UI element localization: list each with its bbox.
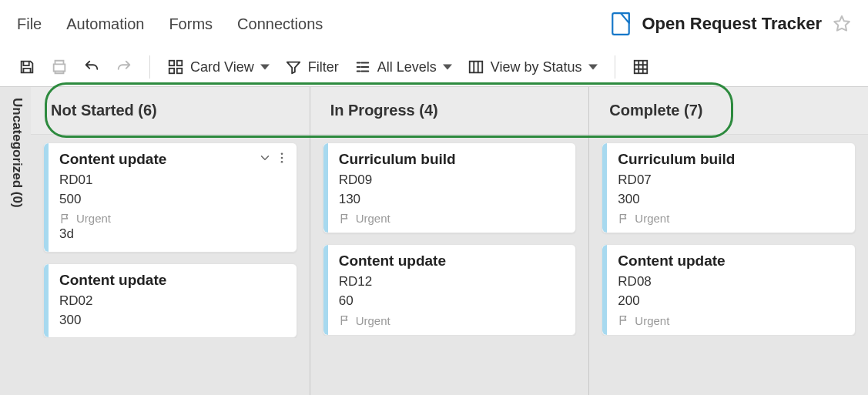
- filter-label: Filter: [308, 59, 339, 75]
- save-icon: [18, 59, 35, 75]
- card-value: 130: [339, 190, 565, 209]
- card-value: 60: [339, 292, 565, 311]
- chevron-down-icon[interactable]: [258, 151, 272, 165]
- redo-icon: [116, 59, 132, 75]
- card-tag: Urgent: [356, 314, 390, 327]
- view-by-label: View by Status: [491, 59, 582, 75]
- column-header[interactable]: Complete (7): [589, 87, 868, 135]
- card-id: RD02: [59, 292, 286, 311]
- columns-container: Not Started (6) Content update RD01 500: [31, 87, 868, 395]
- column-body: Content update RD01 500 Urgent 3d Conten…: [31, 135, 310, 338]
- sheet-title: Open Request Tracker: [642, 14, 822, 34]
- main-menu: File Automation Forms Connections: [17, 15, 323, 33]
- card-actions: [258, 151, 289, 165]
- card-title: Content update: [339, 253, 565, 269]
- card-title: Curriculum build: [618, 151, 844, 168]
- svg-rect-3: [169, 69, 174, 73]
- card-tag-row: Urgent: [59, 212, 286, 225]
- uncategorized-lane-label[interactable]: Uncategorized (0): [0, 87, 31, 395]
- board: Uncategorized (0) Not Started (6) Conten…: [0, 86, 868, 395]
- card-id: RD07: [618, 171, 844, 190]
- card-id: RD09: [339, 171, 565, 190]
- column-in-progress: In Progress (4) Curriculum build RD09 13…: [310, 87, 589, 395]
- column-body: Curriculum build RD07 300 Urgent Content…: [589, 135, 868, 336]
- card-tag: Urgent: [76, 212, 111, 225]
- card-id: RD01: [59, 171, 286, 190]
- card-view-icon: [167, 59, 184, 75]
- card[interactable]: Content update RD02 300: [43, 263, 297, 338]
- grid-view-button[interactable]: [628, 55, 654, 79]
- card[interactable]: Curriculum build RD07 300 Urgent: [602, 142, 856, 233]
- svg-point-8: [280, 157, 283, 159]
- flag-icon: [618, 213, 630, 225]
- grid-icon: [632, 59, 649, 75]
- card-tag-row: Urgent: [618, 314, 844, 327]
- card-tag-row: Urgent: [339, 314, 565, 327]
- toolbar-separator: [149, 55, 150, 79]
- card-tag: Urgent: [635, 212, 669, 225]
- card-tag-row: Urgent: [618, 212, 844, 225]
- save-button[interactable]: [14, 55, 40, 79]
- print-icon: [51, 59, 68, 75]
- redo-button[interactable]: [111, 55, 137, 79]
- column-complete: Complete (7) Curriculum build RD07 300 U…: [588, 87, 868, 395]
- flag-icon: [59, 213, 72, 225]
- kebab-icon[interactable]: [275, 151, 289, 165]
- view-by-selector[interactable]: View by Status: [463, 55, 602, 79]
- card-tag-row: Urgent: [339, 212, 565, 225]
- filter-button[interactable]: Filter: [280, 55, 344, 79]
- sheet-icon: [611, 12, 631, 35]
- card-value: 300: [59, 311, 286, 330]
- card-value: 200: [618, 292, 844, 311]
- svg-point-9: [280, 161, 283, 163]
- toolbar-separator: [615, 55, 615, 79]
- card[interactable]: Content update RD08 200 Urgent: [602, 244, 856, 335]
- card-value: 300: [618, 190, 844, 209]
- card-title: Content update: [59, 272, 286, 289]
- caret-down-icon: [260, 62, 270, 72]
- svg-rect-2: [177, 61, 182, 65]
- menu-automation[interactable]: Automation: [66, 15, 144, 33]
- card-title: Curriculum build: [339, 151, 565, 168]
- column-header[interactable]: Not Started (6): [31, 87, 310, 135]
- flag-icon: [618, 314, 630, 326]
- svg-point-7: [280, 152, 283, 155]
- card-duration: 3d: [59, 225, 286, 244]
- star-icon[interactable]: [833, 15, 851, 33]
- svg-rect-5: [470, 62, 483, 73]
- menu-forms[interactable]: Forms: [169, 15, 213, 33]
- levels-selector[interactable]: All Levels: [350, 55, 457, 79]
- view-mode-selector[interactable]: Card View: [163, 55, 274, 79]
- filter-icon: [285, 59, 302, 75]
- undo-button[interactable]: [79, 55, 105, 79]
- card[interactable]: Curriculum build RD09 130 Urgent: [323, 142, 577, 233]
- caret-down-icon: [443, 62, 452, 72]
- card-tag: Urgent: [635, 314, 669, 327]
- levels-icon: [354, 59, 371, 75]
- column-body: Curriculum build RD09 130 Urgent Content…: [310, 135, 589, 336]
- card-id: RD12: [339, 273, 565, 292]
- flag-icon: [339, 213, 351, 225]
- card-title: Content update: [618, 253, 844, 269]
- levels-label: All Levels: [377, 59, 437, 75]
- caret-down-icon: [588, 62, 598, 72]
- toolbar: Card View Filter All Levels View by Stat…: [0, 48, 868, 86]
- menu-connections[interactable]: Connections: [237, 15, 323, 33]
- svg-rect-6: [634, 61, 647, 74]
- column-header[interactable]: In Progress (4): [310, 87, 589, 135]
- columns-icon: [468, 59, 484, 75]
- card-value: 500: [59, 190, 286, 209]
- svg-rect-1: [169, 61, 174, 65]
- print-button[interactable]: [46, 55, 72, 79]
- card-id: RD08: [618, 273, 844, 292]
- undo-icon: [83, 59, 100, 75]
- card[interactable]: Content update RD12 60 Urgent: [323, 244, 577, 335]
- card-tag: Urgent: [356, 212, 390, 225]
- top-bar: File Automation Forms Connections Open R…: [0, 0, 868, 48]
- menu-file[interactable]: File: [17, 15, 42, 33]
- svg-rect-4: [177, 69, 182, 73]
- sheet-title-row: Open Request Tracker: [611, 12, 851, 35]
- card[interactable]: Content update RD01 500 Urgent 3d: [43, 142, 297, 253]
- column-not-started: Not Started (6) Content update RD01 500: [31, 87, 310, 395]
- view-mode-label: Card View: [190, 59, 254, 75]
